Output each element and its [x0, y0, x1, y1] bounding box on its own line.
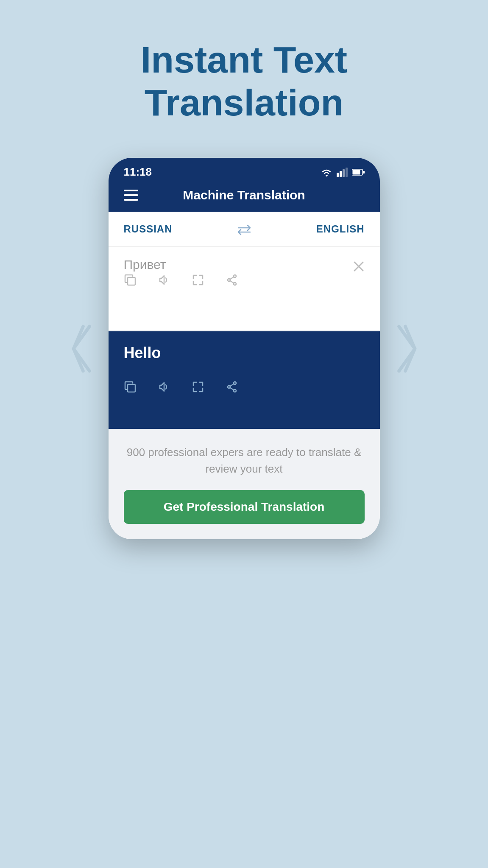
target-language[interactable]: ENGLISH — [316, 223, 365, 235]
swap-languages-icon[interactable] — [237, 221, 252, 237]
left-arrow-icon — [66, 323, 100, 374]
svg-rect-12 — [128, 384, 135, 392]
phone-mockup: 11:18 — [109, 158, 380, 539]
svg-rect-3 — [343, 169, 345, 177]
source-action-icons — [124, 272, 365, 286]
nav-bar: Machine Translation — [109, 182, 380, 212]
source-expand-icon[interactable] — [192, 272, 204, 286]
nav-title: Machine Translation — [138, 188, 350, 202]
hamburger-line-1 — [124, 190, 138, 191]
source-copy-icon[interactable] — [124, 272, 137, 286]
translation-expand-icon[interactable] — [192, 379, 204, 393]
hamburger-menu[interactable] — [124, 190, 138, 201]
clear-button[interactable] — [353, 258, 365, 273]
translation-panel: Hello — [109, 331, 380, 429]
status-icons — [321, 168, 365, 177]
translation-sound-icon[interactable] — [158, 379, 170, 393]
pro-translation-section: 900 professional expers are ready to tra… — [109, 429, 380, 539]
battery-icon — [352, 168, 365, 176]
hamburger-line-3 — [124, 199, 138, 201]
phone-header: 11:18 — [109, 158, 380, 212]
phone-frame: 11:18 — [109, 158, 380, 539]
svg-rect-4 — [346, 168, 348, 177]
source-sound-icon[interactable] — [158, 272, 170, 286]
translation-copy-icon[interactable] — [124, 379, 137, 393]
get-professional-translation-button[interactable]: Get Professional Translation — [124, 490, 365, 524]
svg-rect-6 — [352, 170, 360, 174]
source-language[interactable]: RUSSIAN — [124, 223, 173, 235]
translation-action-icons — [124, 379, 365, 393]
source-panel: Привет — [109, 246, 380, 331]
translated-text: Hello — [124, 344, 365, 362]
status-bar: 11:18 — [109, 158, 380, 182]
language-bar: RUSSIAN ENGLISH — [109, 212, 380, 246]
page-title: Instant Text Translation — [141, 38, 347, 124]
svg-rect-8 — [128, 277, 135, 285]
svg-rect-7 — [363, 171, 365, 174]
right-arrow-icon — [388, 323, 422, 374]
svg-rect-1 — [337, 173, 339, 177]
pro-description: 900 professional expers are ready to tra… — [124, 444, 365, 477]
source-input-text[interactable]: Привет — [124, 258, 166, 272]
svg-rect-2 — [340, 171, 342, 177]
signal-icon — [337, 168, 348, 177]
translation-share-icon[interactable] — [226, 379, 238, 393]
hamburger-line-2 — [124, 194, 138, 196]
status-time: 11:18 — [124, 165, 152, 179]
source-share-icon[interactable] — [226, 272, 238, 286]
wifi-icon — [321, 168, 332, 177]
svg-point-0 — [326, 175, 327, 176]
